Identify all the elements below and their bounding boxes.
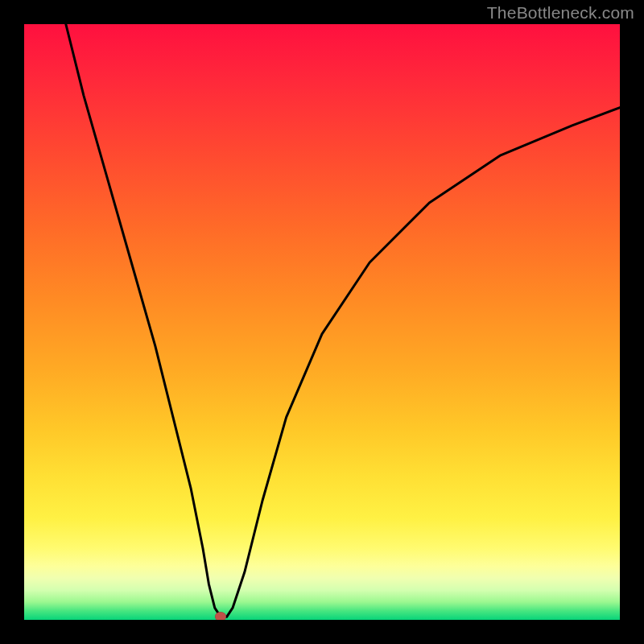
plot-area <box>24 24 620 620</box>
curve-svg <box>24 24 620 620</box>
bottleneck-curve <box>66 24 620 617</box>
optimum-marker <box>215 612 226 620</box>
chart-frame: TheBottleneck.com <box>0 0 644 644</box>
watermark-text: TheBottleneck.com <box>487 3 634 23</box>
